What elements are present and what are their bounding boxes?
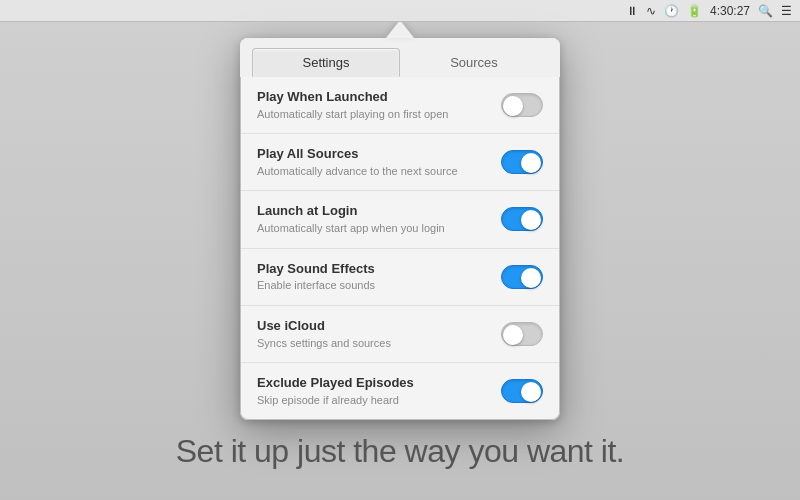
tab-sources[interactable]: Sources [400,48,548,77]
setting-play-when-launched: Play When Launched Automatically start p… [241,77,559,134]
toggle-launch-at-login[interactable] [501,207,543,231]
setting-subtitle-launch-at-login: Automatically start app when you login [257,221,501,235]
setting-subtitle-play-sound-effects: Enable interface sounds [257,278,501,292]
battery-icon: 🔋 [687,4,702,18]
setting-exclude-played-episodes: Exclude Played Episodes Skip episode if … [241,363,559,419]
menu-icon[interactable]: ☰ [781,4,792,18]
toggle-knob-use-icloud [503,325,523,345]
settings-popup: Settings Sources Play When Launched Auto… [240,38,560,420]
wifi-icon: ∿ [646,4,656,18]
settings-content: Play When Launched Automatically start p… [240,77,560,420]
toggle-play-all-sources[interactable] [501,150,543,174]
popup-arrow [386,20,414,38]
setting-subtitle-play-all-sources: Automatically advance to the next source [257,164,501,178]
toggle-play-when-launched[interactable] [501,93,543,117]
setting-text-play-sound-effects: Play Sound Effects Enable interface soun… [257,261,501,293]
setting-subtitle-use-icloud: Syncs settings and sources [257,336,501,350]
timemachine-icon: 🕐 [664,4,679,18]
tab-settings[interactable]: Settings [252,48,400,77]
setting-subtitle-exclude-played-episodes: Skip episode if already heard [257,393,501,407]
setting-title-use-icloud: Use iCloud [257,318,501,335]
pause-icon: ⏸ [626,4,638,18]
setting-play-sound-effects: Play Sound Effects Enable interface soun… [241,249,559,306]
toggle-exclude-played-episodes[interactable] [501,379,543,403]
toggle-play-sound-effects[interactable] [501,265,543,289]
setting-text-use-icloud: Use iCloud Syncs settings and sources [257,318,501,350]
setting-text-play-all-sources: Play All Sources Automatically advance t… [257,146,501,178]
setting-use-icloud: Use iCloud Syncs settings and sources [241,306,559,363]
toggle-use-icloud[interactable] [501,322,543,346]
setting-subtitle-play-when-launched: Automatically start playing on first ope… [257,107,501,121]
menubar-icons: ⏸ ∿ 🕐 🔋 4:30:27 🔍 ☰ [626,4,792,18]
tab-bar: Settings Sources [240,38,560,77]
setting-text-launch-at-login: Launch at Login Automatically start app … [257,203,501,235]
menubar-time: 4:30:27 [710,4,750,18]
toggle-knob-launch-at-login [521,210,541,230]
setting-text-exclude-played-episodes: Exclude Played Episodes Skip episode if … [257,375,501,407]
setting-text-play-when-launched: Play When Launched Automatically start p… [257,89,501,121]
toggle-knob-play-sound-effects [521,268,541,288]
setting-title-play-all-sources: Play All Sources [257,146,501,163]
search-icon[interactable]: 🔍 [758,4,773,18]
setting-title-play-sound-effects: Play Sound Effects [257,261,501,278]
setting-title-play-when-launched: Play When Launched [257,89,501,106]
menubar: ⏸ ∿ 🕐 🔋 4:30:27 🔍 ☰ [0,0,800,22]
setting-launch-at-login: Launch at Login Automatically start app … [241,191,559,248]
toggle-knob-play-when-launched [503,96,523,116]
toggle-knob-exclude-played-episodes [521,382,541,402]
setting-play-all-sources: Play All Sources Automatically advance t… [241,134,559,191]
tagline: Set it up just the way you want it. [0,433,800,470]
setting-title-launch-at-login: Launch at Login [257,203,501,220]
setting-title-exclude-played-episodes: Exclude Played Episodes [257,375,501,392]
toggle-knob-play-all-sources [521,153,541,173]
